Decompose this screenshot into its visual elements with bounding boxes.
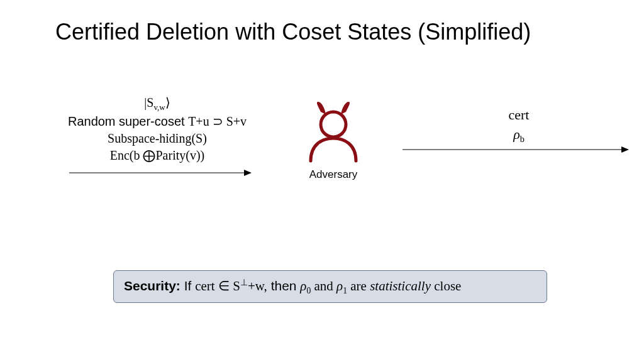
security-label: Security: [124,278,180,293]
devil-icon [302,101,365,163]
adversary-figure: Adversary [296,101,371,181]
arrow-left [69,168,252,177]
enc-line: Enc(b ⨁Parity(v)) [53,147,261,164]
cert-label: cert [472,106,566,125]
security-then: then [267,278,301,293]
supercoset-math: T+u ⊃ S+v [188,114,247,128]
supercoset-line: Random super-coset T+u ⊃ S+v [53,113,261,130]
state-label: |Sv,w⟩ [53,94,261,113]
security-perp: ⊥ [240,278,248,287]
state-suffix: ⟩ [165,96,170,109]
state-prefix: |S [144,96,153,109]
supercoset-prefix: Random super-coset [68,114,188,128]
security-box: Security: If cert ∈ S⊥+w, then ρ0 and ρ1… [113,270,547,303]
subspace-hiding-line: Subspace-hiding(S) [53,130,261,147]
security-plusw: +w, [248,278,267,293]
rho-subscript: b [520,134,525,144]
security-in: ∈ S [215,278,240,293]
security-one: 1 [343,286,347,295]
rho-label: ρb [472,125,566,145]
rho-symbol: ρ [513,126,520,142]
labels-left-block: |Sv,w⟩ Random super-coset T+u ⊃ S+v Subs… [53,94,261,164]
security-are: are [347,278,370,293]
security-rho1: ρ [336,278,343,293]
diagram-area: |Sv,w⟩ Random super-coset T+u ⊃ S+v Subs… [0,94,644,220]
svg-point-2 [321,112,346,137]
state-subscript: v,w [153,102,165,112]
labels-right-block: cert ρb [472,106,566,145]
security-statistically: statistically [370,278,431,293]
security-rho0: ρ [300,278,306,293]
security-cert: cert [195,278,214,293]
svg-marker-4 [621,146,629,153]
security-and: and [311,278,336,293]
adversary-label: Adversary [296,168,371,181]
security-close: close [431,278,461,293]
arrow-right [402,145,629,154]
svg-marker-1 [244,170,252,176]
slide-title: Certified Deletion with Coset States (Si… [55,18,531,46]
security-if: If [180,278,195,293]
